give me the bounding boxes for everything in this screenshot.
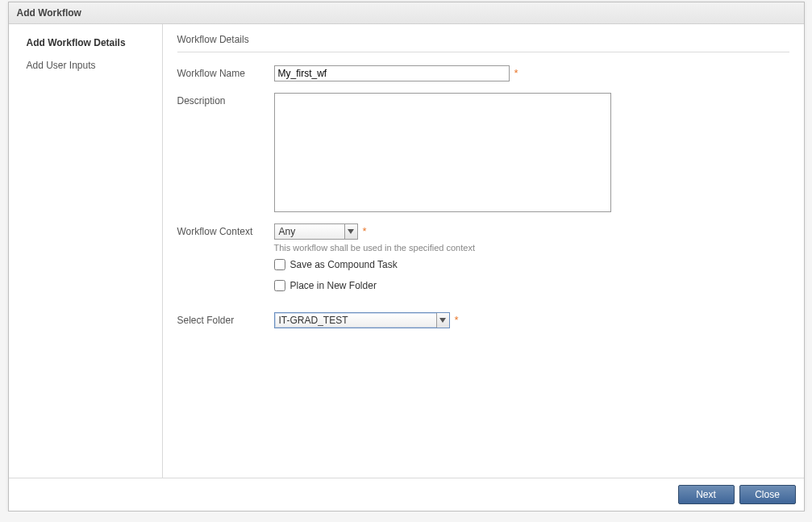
save-compound-label: Save as Compound Task — [290, 259, 398, 270]
sidebar-item-workflow-details[interactable]: Add Workflow Details — [9, 34, 162, 56]
dialog-title-bar: Add Workflow — [9, 2, 804, 24]
row-workflow-name: Workflow Name * — [177, 65, 789, 81]
chevron-down-icon — [344, 224, 357, 239]
new-folder-check-row[interactable]: Place in New Folder — [274, 280, 475, 291]
context-value: Any — [275, 224, 344, 239]
wizard-sidebar: Add Workflow Details Add User Inputs — [9, 24, 163, 478]
dialog-button-bar: Next Close — [9, 478, 804, 511]
row-select-folder: Select Folder IT-GRAD_TEST * — [177, 312, 789, 328]
label-select-folder: Select Folder — [177, 312, 274, 326]
sidebar-item-user-inputs[interactable]: Add User Inputs — [9, 56, 162, 79]
save-compound-check-row[interactable]: Save as Compound Task — [274, 259, 475, 270]
new-folder-checkbox[interactable] — [274, 280, 285, 291]
workflow-name-input[interactable] — [274, 65, 510, 81]
context-hint: This workflow shall be used in the speci… — [274, 243, 475, 253]
form-panel: Workflow Details Workflow Name * Descrip… — [163, 24, 804, 478]
dialog-title: Add Workflow — [17, 7, 81, 19]
row-context: Workflow Context Any * This workflow sha… — [177, 223, 789, 301]
required-icon: * — [363, 223, 367, 240]
dialog-body: Add Workflow Details Add User Inputs Wor… — [9, 24, 804, 478]
select-folder-value: IT-GRAD_TEST — [275, 313, 436, 328]
close-button[interactable]: Close — [739, 485, 796, 504]
sidebar-item-label: Add Workflow Details — [27, 37, 126, 48]
sidebar-item-label: Add User Inputs — [27, 60, 96, 71]
required-icon: * — [455, 312, 459, 328]
label-description: Description — [177, 93, 274, 106]
select-folder-select[interactable]: IT-GRAD_TEST — [274, 312, 450, 328]
next-button[interactable]: Next — [678, 485, 735, 504]
chevron-down-icon — [436, 313, 449, 328]
label-context: Workflow Context — [177, 223, 274, 237]
required-icon: * — [514, 65, 518, 81]
row-description: Description — [177, 93, 789, 212]
add-workflow-dialog: Add Workflow Add Workflow Details Add Us… — [8, 2, 805, 512]
new-folder-label: Place in New Folder — [290, 280, 377, 291]
context-select[interactable]: Any — [274, 223, 358, 240]
save-compound-checkbox[interactable] — [274, 259, 285, 270]
section-title: Workflow Details — [177, 34, 789, 52]
description-textarea[interactable] — [274, 93, 611, 212]
label-workflow-name: Workflow Name — [177, 65, 274, 79]
